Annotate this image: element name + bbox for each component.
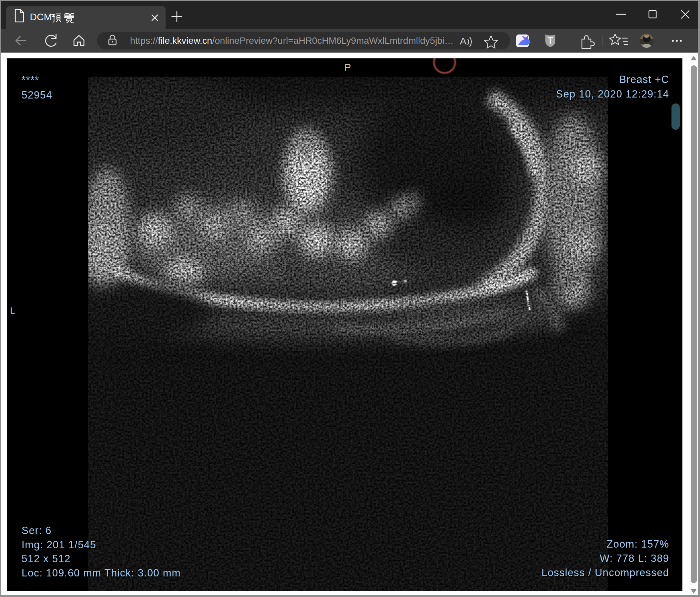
svg-text:512 x 512: 512 x 512 xyxy=(22,553,71,565)
svg-text:W: 778 L: 389: W: 778 L: 389 xyxy=(600,552,669,564)
svg-text:Zoom: 157%: Zoom: 157% xyxy=(606,538,669,550)
svg-text:Breast +C: Breast +C xyxy=(619,74,669,85)
svg-text:Lossless / Uncompressed: Lossless / Uncompressed xyxy=(542,567,669,578)
svg-text:Loc: 109.60 mm Thick: 3.00 mm: Loc: 109.60 mm Thick: 3.00 mm xyxy=(22,567,181,579)
svg-text:52954: 52954 xyxy=(22,89,52,101)
svg-text:Sep 10, 2020 12:29:14: Sep 10, 2020 12:29:14 xyxy=(556,88,669,100)
svg-text:L: L xyxy=(10,305,16,316)
svg-text:Ser: 6: Ser: 6 xyxy=(22,525,52,536)
svg-text:A: A xyxy=(460,35,467,47)
svg-text:****: **** xyxy=(22,74,39,86)
svg-text:Img: 201 1/545: Img: 201 1/545 xyxy=(22,539,96,550)
svg-text:P: P xyxy=(344,62,351,73)
